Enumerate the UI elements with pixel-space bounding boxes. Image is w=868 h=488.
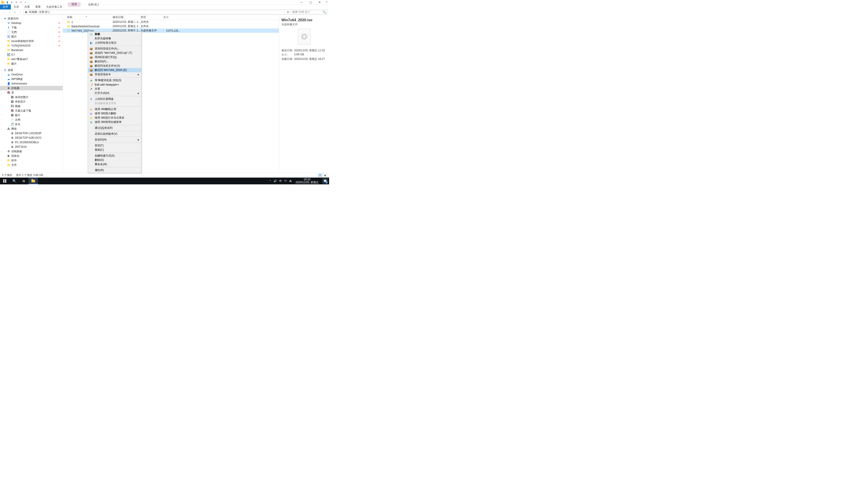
tree-bandicam[interactable]: 📁Bandicam bbox=[0, 48, 63, 53]
tree-gdrive[interactable]: 💽G:\ bbox=[0, 53, 63, 57]
tree-files[interactable]: ›📁文件 bbox=[0, 163, 63, 167]
tree-wps[interactable]: ›☁WPS网盘 bbox=[0, 77, 63, 81]
tree-libraries[interactable]: ⌄📚库 bbox=[0, 90, 63, 95]
history-dropdown[interactable]: ▾ bbox=[13, 10, 17, 14]
props-qat-icon[interactable]: ⟲ bbox=[19, 0, 23, 4]
ime-indicator[interactable]: 中 bbox=[279, 179, 282, 183]
tree-pictures2[interactable]: 📁图片 bbox=[0, 61, 63, 66]
tree-excel[interactable]: 📁excel表格制作求和 bbox=[0, 39, 63, 43]
ctx-honey-browser[interactable]: ◆用 蜂蜜浏览器 浏览(3) bbox=[88, 78, 141, 83]
ctx-mount[interactable]: 💿装载 bbox=[88, 32, 141, 36]
breadcrumb-thispc[interactable]: 此电脑 bbox=[29, 10, 37, 14]
ctx-burn[interactable]: 刻录光盘映像 bbox=[88, 36, 141, 41]
maximize-button[interactable]: ▢ bbox=[306, 0, 315, 4]
col-name[interactable]: 名称▲ bbox=[63, 15, 113, 19]
ctx-cut[interactable]: 剪切(T) bbox=[88, 143, 141, 148]
tab-home[interactable]: 主页 bbox=[11, 4, 22, 9]
tree-desktop-root[interactable]: ⌄🖥桌面 bbox=[0, 68, 63, 72]
ctx-add-to-zip[interactable]: 📦添加到 "Win7x64_2020.zip" (T) bbox=[88, 51, 141, 55]
tree-pc2[interactable]: 🖥DESKTOP-NJEU3CG bbox=[0, 135, 63, 140]
minimize-button[interactable]: — bbox=[297, 0, 306, 4]
up-button[interactable]: ↑ bbox=[18, 10, 23, 14]
ctx-360-menu[interactable]: ◍使用 360管理右键菜单 bbox=[88, 120, 141, 124]
addr-dropdown-icon[interactable]: ⌄ bbox=[284, 11, 285, 13]
ctx-360-unlock[interactable]: ◍使用 360解除占用 bbox=[88, 107, 141, 111]
close-button[interactable]: ✕ bbox=[315, 0, 324, 4]
tree-videos[interactable]: ›🎞视频 bbox=[0, 104, 63, 108]
tree-music[interactable]: ›🎵音乐 bbox=[0, 122, 63, 127]
tree-this-pc[interactable]: ›🖥此电脑 bbox=[0, 86, 63, 90]
security-icon[interactable]: 🛡 bbox=[284, 180, 287, 183]
tree-recycle[interactable]: 🗑回收站 bbox=[0, 154, 63, 158]
ctx-extract-here[interactable]: 📦解压到当前文件夹(X) bbox=[88, 64, 141, 68]
tree-documents[interactable]: 📄文档 bbox=[0, 30, 63, 34]
tree-quick-access[interactable]: ⌄★快速访问 bbox=[0, 16, 63, 21]
help-button[interactable]: ? bbox=[324, 0, 329, 4]
tab-iso-tools[interactable]: 光盘映像工具 bbox=[43, 4, 65, 9]
col-size[interactable]: 大小 bbox=[163, 15, 181, 19]
action-center-button[interactable]: 💬3 bbox=[322, 178, 328, 184]
network-icon[interactable]: 🖧 bbox=[289, 180, 292, 183]
qat-dropdown-icon[interactable]: ▾ bbox=[24, 0, 27, 4]
ctx-restore-prev[interactable]: 还原以前的版本(V) bbox=[88, 132, 141, 136]
table-row[interactable]: 📁BaiduNetdiskDownload 2020/12/25, 星期五 1.… bbox=[63, 24, 279, 29]
undo-icon[interactable]: ▾ bbox=[10, 0, 13, 4]
tree-pc4[interactable]: 🖥ZMT2019 bbox=[0, 144, 63, 149]
tree-pics-lib[interactable]: ›🖼图片 bbox=[0, 113, 63, 118]
view-details-button[interactable]: ☰ bbox=[318, 173, 322, 177]
ctx-notepadpp[interactable]: 📝Edit with Notepad++ bbox=[88, 83, 141, 87]
tree-tianyi[interactable]: 📚天翼云盘下载 bbox=[0, 108, 63, 113]
tree-docs-lib[interactable]: ›📄文档 bbox=[0, 118, 63, 122]
tree-camera-roll[interactable]: 🖼本机照片 bbox=[0, 99, 63, 104]
view-icons-button[interactable]: ▦ bbox=[323, 173, 327, 177]
address-bar[interactable]: 🖥 › 此电脑 › 文档 (E:) › ⌄ ⟳ bbox=[24, 10, 290, 14]
tree-pc3[interactable]: 🖥PC-20190530OBLA bbox=[0, 140, 63, 144]
chevron-right-icon[interactable]: › bbox=[50, 11, 51, 13]
ctx-add-to-archive[interactable]: 📦添加到压缩文件(A)... bbox=[88, 46, 141, 51]
delete-qat-icon[interactable]: ✕ bbox=[14, 0, 18, 4]
tree-pictures[interactable]: 🖼图片 bbox=[0, 34, 63, 39]
ctx-open-360zip[interactable]: 📦用360压缩打开(Q) bbox=[88, 55, 141, 59]
tree-pc1[interactable]: 🖥DESKTOP-LSSOEDP bbox=[0, 131, 63, 135]
tree-yunqishi[interactable]: 📁YUNQISHI2019 bbox=[0, 43, 63, 48]
ctx-baidu-upload[interactable]: ⬆上传到百度网盘 bbox=[88, 97, 141, 101]
search-input[interactable]: 搜索"文档 (E:)" 🔍 bbox=[291, 10, 327, 14]
ctx-extract-folder[interactable]: 📦解压到 Win7x64_2020\ (E) bbox=[88, 68, 141, 72]
ctx-send-to[interactable]: 发送到(N)▶ bbox=[88, 138, 141, 142]
start-button[interactable] bbox=[0, 177, 9, 184]
ctx-360-delete[interactable]: ◍使用 360强力删除 bbox=[88, 111, 141, 116]
search-button[interactable]: 🔍 bbox=[9, 177, 19, 184]
tree-downloads[interactable]: ⬇下载 bbox=[0, 25, 63, 30]
clock[interactable]: 16:32 2020/12/25, 星期五 bbox=[294, 178, 320, 184]
search-icon[interactable]: 🔍 bbox=[323, 11, 326, 14]
ctx-copy[interactable]: 复制(C) bbox=[88, 148, 141, 152]
chevron-right-icon[interactable]: › bbox=[28, 11, 29, 13]
tree-software[interactable]: ›📁软件 bbox=[0, 158, 63, 163]
ctx-360-scan[interactable]: ◍使用 360进行木马云查杀 bbox=[88, 116, 141, 120]
back-button[interactable]: ← bbox=[2, 10, 6, 14]
ctx-delete[interactable]: 删除(D) bbox=[88, 158, 141, 162]
breadcrumb-drive[interactable]: 文档 (E:) bbox=[39, 10, 50, 14]
forward-button[interactable]: → bbox=[7, 10, 12, 14]
ctx-extract-to[interactable]: 📦解压到(F)... bbox=[88, 59, 141, 64]
table-row[interactable]: 📁1 2020/12/15, 星期二 1... 文件夹 bbox=[63, 20, 279, 24]
pin-icon[interactable]: ▮ bbox=[5, 0, 9, 4]
chevron-right-icon[interactable]: › bbox=[37, 11, 38, 13]
col-date[interactable]: 修改日期 bbox=[113, 15, 141, 19]
tray-overflow-icon[interactable]: ⌃ bbox=[269, 180, 271, 183]
explorer-taskbar-button[interactable] bbox=[29, 177, 38, 184]
ctx-shortcut[interactable]: 创建快捷方式(S) bbox=[88, 154, 141, 158]
ctx-share[interactable]: ↗共享 bbox=[88, 87, 141, 91]
ctx-other-zip[interactable]: 📦其他压缩命令▶ bbox=[88, 72, 141, 76]
tree-admin[interactable]: ›👤Administrator bbox=[0, 81, 63, 86]
tree-win7re[interactable]: 📁win7重装win7 bbox=[0, 57, 63, 61]
ctx-qq-send[interactable]: 通过QQ发送到 bbox=[88, 126, 141, 130]
tree-desktop[interactable]: 🖥Desktop bbox=[0, 21, 63, 25]
tree-network[interactable]: ⌄🖧网络 bbox=[0, 127, 63, 131]
volume-icon[interactable]: 🔊 bbox=[274, 180, 277, 183]
ctx-youdao[interactable]: ◧上传到有道云笔记 bbox=[88, 41, 141, 45]
refresh-button[interactable]: ⟳ bbox=[287, 11, 289, 14]
tab-share[interactable]: 共享 bbox=[22, 4, 33, 9]
tab-view[interactable]: 查看 bbox=[33, 4, 43, 9]
col-type[interactable]: 类型 bbox=[141, 15, 163, 19]
